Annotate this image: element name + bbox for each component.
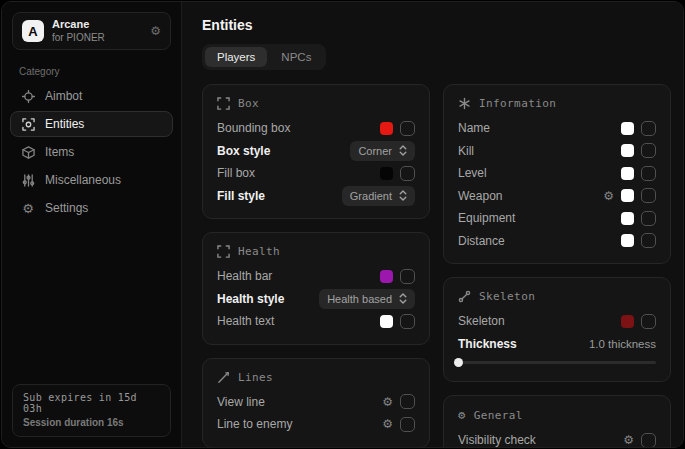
row-label: Line to enemy	[217, 417, 292, 431]
color-swatch[interactable]	[621, 144, 634, 157]
corner-brackets-icon	[217, 245, 230, 258]
account-gear-icon[interactable]: ⚙	[150, 24, 161, 38]
level-checkbox[interactable]	[641, 166, 656, 181]
slider-thumb[interactable]	[454, 358, 463, 367]
row-label: Skeleton	[458, 314, 505, 328]
row-name: Name	[458, 117, 656, 140]
fill-style-dropdown[interactable]: Gradient	[342, 186, 415, 206]
health-style-dropdown[interactable]: Health based	[319, 289, 415, 309]
chevron-updown-icon	[399, 145, 407, 156]
thickness-slider[interactable]	[458, 357, 656, 367]
color-swatch[interactable]	[380, 270, 393, 283]
box-style-dropdown[interactable]: Corner	[350, 141, 415, 161]
color-swatch[interactable]	[621, 167, 634, 180]
sidebar-item-aimbot[interactable]: Aimbot	[10, 83, 173, 109]
row-label: Thickness	[458, 337, 517, 351]
card-title: General	[474, 409, 523, 422]
visibility-check-checkbox[interactable]	[641, 433, 656, 447]
color-swatch[interactable]	[380, 167, 393, 180]
distance-checkbox[interactable]	[641, 233, 656, 248]
view-line-settings-icon[interactable]: ⚙	[382, 396, 393, 408]
row-health-text: Health text	[217, 310, 415, 333]
row-label: Health text	[217, 314, 274, 328]
session-duration-text: Session duration 16s	[23, 417, 160, 428]
color-swatch[interactable]	[621, 122, 634, 135]
tab-npcs[interactable]: NPCs	[269, 47, 323, 67]
row-level: Level	[458, 162, 656, 185]
page-title: Entities	[202, 17, 671, 33]
sidebar-item-label: Aimbot	[45, 89, 82, 103]
card-title: Lines	[238, 371, 273, 384]
row-label: Name	[458, 121, 490, 135]
line-to-enemy-checkbox[interactable]	[400, 417, 415, 432]
chevron-updown-icon	[399, 293, 407, 304]
sidebar-item-settings[interactable]: ⚙ Settings	[10, 195, 173, 221]
sidebar: A Arcane for PIONER ⚙ Category Aimbot En…	[2, 2, 182, 447]
weapon-settings-icon[interactable]: ⚙	[603, 190, 614, 202]
dropdown-value: Gradient	[350, 190, 392, 202]
line-to-enemy-settings-icon[interactable]: ⚙	[382, 418, 393, 430]
diagonal-line-icon	[217, 371, 230, 384]
gear-icon: ⚙	[458, 408, 466, 422]
color-swatch[interactable]	[621, 212, 634, 225]
row-box-style: Box style Corner	[217, 140, 415, 163]
card-title: Skeleton	[479, 290, 535, 303]
row-health-bar: Health bar	[217, 265, 415, 288]
row-skeleton: Skeleton	[458, 310, 656, 333]
subscription-info-box: Sub expires in 15d 03h Session duration …	[12, 384, 171, 437]
logo-card: A Arcane for PIONER ⚙	[12, 12, 171, 50]
card-health: Health Health bar Health style H	[202, 232, 430, 345]
sidebar-item-items[interactable]: Items	[10, 139, 173, 165]
equipment-checkbox[interactable]	[641, 211, 656, 226]
app-window: A Arcane for PIONER ⚙ Category Aimbot En…	[1, 1, 684, 448]
color-swatch[interactable]	[621, 315, 634, 328]
app-title: Arcane	[52, 18, 105, 32]
row-label: Visibility check	[458, 433, 536, 447]
row-distance: Distance	[458, 230, 656, 253]
category-label: Category	[19, 66, 181, 77]
row-label: Bounding box	[217, 121, 290, 135]
tab-players[interactable]: Players	[205, 47, 267, 67]
skeleton-checkbox[interactable]	[641, 314, 656, 329]
entity-type-tabs: Players NPCs	[202, 44, 326, 70]
sidebar-item-label: Entities	[45, 117, 84, 131]
dropdown-value: Corner	[358, 145, 392, 157]
bounding-box-checkbox[interactable]	[400, 121, 415, 136]
row-label: Box style	[217, 144, 270, 158]
sidebar-item-label: Settings	[45, 201, 88, 215]
name-checkbox[interactable]	[641, 121, 656, 136]
color-swatch[interactable]	[380, 122, 393, 135]
row-kill: Kill	[458, 140, 656, 163]
chevron-updown-icon	[399, 190, 407, 201]
row-bounding-box: Bounding box	[217, 117, 415, 140]
row-weapon: Weapon ⚙	[458, 185, 656, 208]
row-label: Fill box	[217, 166, 255, 180]
sidebar-item-miscellaneous[interactable]: Miscellaneous	[10, 167, 173, 193]
color-swatch[interactable]	[621, 189, 634, 202]
package-icon	[21, 145, 35, 159]
kill-checkbox[interactable]	[641, 143, 656, 158]
sliders-icon	[21, 173, 35, 187]
sidebar-item-entities[interactable]: Entities	[10, 111, 173, 137]
slider-track[interactable]	[458, 361, 656, 364]
row-label: Health style	[217, 292, 284, 306]
color-swatch[interactable]	[380, 315, 393, 328]
visibility-settings-icon[interactable]: ⚙	[623, 434, 634, 446]
row-view-line: View line ⚙	[217, 391, 415, 414]
health-text-checkbox[interactable]	[400, 314, 415, 329]
weapon-checkbox[interactable]	[641, 188, 656, 203]
row-label: View line	[217, 395, 265, 409]
row-visibility-check: Visibility check ⚙	[458, 429, 656, 447]
health-bar-checkbox[interactable]	[400, 269, 415, 284]
row-line-to-enemy: Line to enemy ⚙	[217, 413, 415, 436]
app-logo: A	[22, 20, 44, 42]
view-line-checkbox[interactable]	[400, 394, 415, 409]
row-label: Kill	[458, 144, 474, 158]
row-health-style: Health style Health based	[217, 288, 415, 311]
card-skeleton: Skeleton Skeleton Thickness 1.0 thicknes…	[443, 277, 671, 382]
color-swatch[interactable]	[621, 234, 634, 247]
fill-box-checkbox[interactable]	[400, 166, 415, 181]
card-general: ⚙ General Visibility check ⚙ Max distanc…	[443, 395, 671, 447]
sidebar-nav: Aimbot Entities Items Miscellaneous	[2, 83, 181, 221]
asterisk-icon	[458, 97, 471, 110]
